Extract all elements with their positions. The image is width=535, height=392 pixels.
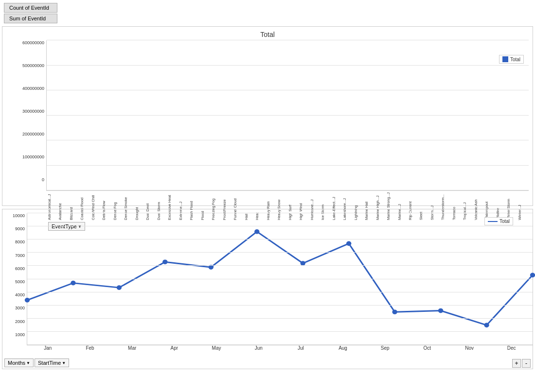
line-y-label: 6000 xyxy=(15,266,25,271)
line-chart-wrapper: 1000090008000700060005000400030002000100… xyxy=(2,209,533,369)
line-dot xyxy=(346,241,351,246)
line-grid xyxy=(27,213,533,345)
bottom-controls: Months ▼ StartTime ▼ + - xyxy=(2,355,533,369)
line-grid-line xyxy=(27,239,533,239)
line-chart-area: 1000090008000700060005000400030002000100… xyxy=(2,209,533,345)
bar-y-label: 500000000 xyxy=(22,63,44,68)
line-grid-line xyxy=(27,252,533,253)
line-dot xyxy=(25,298,30,303)
starttime-dropdown-button[interactable]: StartTime ▼ xyxy=(35,358,69,367)
line-dot xyxy=(162,259,167,264)
line-dot xyxy=(530,273,535,278)
line-x-label: Jul xyxy=(280,345,322,351)
line-dot xyxy=(71,281,75,286)
line-x-label: Jun xyxy=(237,345,280,351)
line-x-label: Oct xyxy=(406,345,448,351)
line-dot xyxy=(392,309,397,314)
bar-chart-title: Total xyxy=(6,31,529,38)
line-y-label: 7000 xyxy=(15,253,25,258)
bar-y-label: 200000000 xyxy=(22,132,44,136)
count-button[interactable]: Count of EventId xyxy=(4,3,57,13)
line-dot xyxy=(301,261,305,266)
line-x-label: Dec xyxy=(490,345,533,351)
line-legend-line xyxy=(488,221,498,222)
starttime-label: StartTime xyxy=(38,360,61,366)
line-legend: Total xyxy=(484,217,513,225)
line-grid-line xyxy=(27,331,533,332)
bar-legend: Total xyxy=(499,55,524,64)
sum-button[interactable]: Sum of EventId xyxy=(4,14,57,23)
line-dot xyxy=(254,229,259,234)
line-y-label: 8000 xyxy=(15,239,25,244)
line-x-label: Apr xyxy=(153,345,196,351)
starttime-arrow: ▼ xyxy=(62,361,66,365)
line-legend-label: Total xyxy=(499,219,510,224)
line-x-label: Jan xyxy=(27,345,69,351)
bar-legend-color xyxy=(502,56,508,62)
bar-chart-wrapper: Total 6000000005000000004000000003000000… xyxy=(2,26,533,206)
bars-row xyxy=(47,40,529,190)
zoom-in-button[interactable]: + xyxy=(512,359,521,368)
line-grid-line xyxy=(27,226,533,226)
line-grid-line xyxy=(27,344,533,345)
line-grid-line xyxy=(27,279,533,279)
line-y-label: 9000 xyxy=(15,226,25,231)
line-grid-line xyxy=(27,305,533,306)
line-grid-line xyxy=(27,213,533,213)
bar-y-label: 0 xyxy=(42,177,44,182)
line-y-label: 3000 xyxy=(15,306,25,310)
bar-chart-inner xyxy=(46,40,529,191)
months-arrow: ▼ xyxy=(26,361,30,365)
line-x-label: Nov xyxy=(448,345,491,351)
bar-grid xyxy=(46,40,529,191)
bar-y-label: 300000000 xyxy=(22,109,44,114)
line-x-label: Mar xyxy=(111,345,153,351)
line-x-label: Aug xyxy=(322,345,364,351)
line-x-label: Sep xyxy=(364,345,406,351)
line-grid-line xyxy=(27,265,533,266)
line-grid-line xyxy=(27,292,533,292)
months-dropdown-button[interactable]: Months ▼ xyxy=(4,358,34,367)
months-label: Months xyxy=(8,360,25,366)
zoom-out-button[interactable]: - xyxy=(522,359,531,368)
top-buttons: Count of EventId Sum of EventId xyxy=(0,0,535,26)
bar-y-axis: 6000000005000000004000000003000000002000… xyxy=(6,40,46,191)
line-y-label: 4000 xyxy=(15,292,25,297)
line-x-labels: JanFebMarAprMayJunJulAugSepOctNovDec xyxy=(27,345,533,351)
line-y-label: 2000 xyxy=(15,319,25,324)
line-chart-inner: Total xyxy=(27,213,533,345)
line-y-label: 5000 xyxy=(15,279,25,284)
bar-y-label: 100000000 xyxy=(22,154,44,159)
zoom-controls: + - xyxy=(512,359,531,368)
line-y-label: 10000 xyxy=(13,213,25,218)
line-x-label: May xyxy=(196,345,238,351)
line-y-label: 1000 xyxy=(15,332,25,337)
bar-y-label: 400000000 xyxy=(22,86,44,91)
line-y-axis: 1000090008000700060005000400030002000100… xyxy=(2,213,27,345)
bar-y-label: 600000000 xyxy=(22,40,44,45)
bar-legend-label: Total xyxy=(510,57,520,62)
line-svg xyxy=(27,213,533,345)
line-dot xyxy=(438,308,443,313)
line-x-label: Feb xyxy=(69,345,111,351)
line-grid-line xyxy=(27,318,533,319)
line-dot xyxy=(117,285,122,290)
bar-chart-area: 6000000005000000004000000003000000002000… xyxy=(6,40,529,191)
line-dot xyxy=(484,323,489,328)
